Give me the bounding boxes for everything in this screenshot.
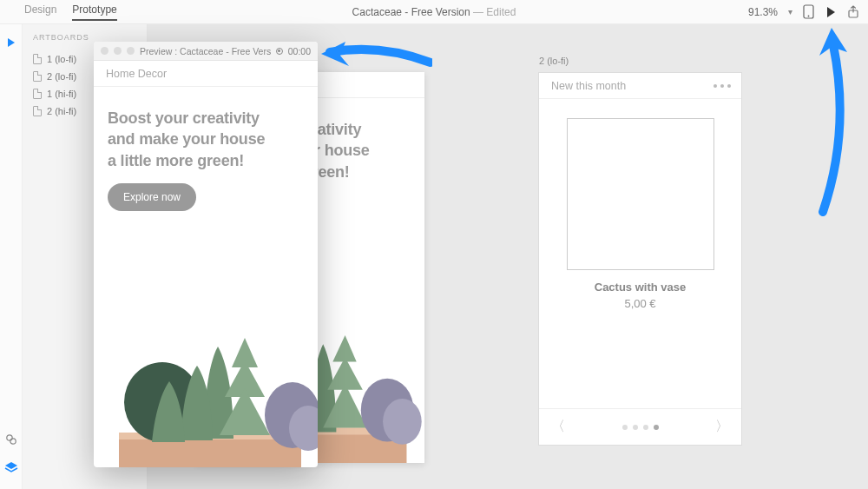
breadcrumb-text: Home Decor xyxy=(106,68,167,80)
sidebar-item-label: 2 (hi-fi) xyxy=(47,106,76,116)
hero-image xyxy=(94,281,318,467)
artboard-label: 2 (lo-fi) xyxy=(539,56,569,66)
document-title: Cactaceae - Free Version — Edited xyxy=(352,6,516,18)
sidebar-item-label: 2 (lo-fi) xyxy=(47,71,76,82)
sidebar-item-label: 1 (hi-fi) xyxy=(47,89,76,99)
product-price: 5,00 € xyxy=(539,297,741,310)
sidebar-header: ARTBOARDS xyxy=(33,33,136,42)
mobile-preview-icon[interactable] xyxy=(803,4,814,19)
sidebar-item-label: 1 (lo-fi) xyxy=(47,54,76,64)
artboard-icon xyxy=(33,89,42,99)
next-chevron-icon[interactable]: 〉 xyxy=(715,418,729,436)
left-toolrail xyxy=(0,24,23,489)
layers-icon[interactable] xyxy=(4,461,18,477)
svg-point-1 xyxy=(808,16,810,17)
play-arrow-icon[interactable] xyxy=(6,36,16,50)
artboard-icon xyxy=(33,71,42,82)
record-icon[interactable] xyxy=(276,48,283,55)
play-preview-icon[interactable] xyxy=(825,6,837,18)
more-icon[interactable] xyxy=(713,84,731,88)
window-dot-close-icon[interactable] xyxy=(101,47,108,55)
annotation-arrow-left xyxy=(319,36,432,71)
svg-point-4 xyxy=(10,439,15,444)
product-name: Cactus with vase xyxy=(539,281,741,294)
prev-chevron-icon[interactable]: 〈 xyxy=(551,418,565,436)
preview-time: 00:00 xyxy=(288,46,311,56)
svg-point-9 xyxy=(383,399,422,445)
preview-window[interactable]: Preview : Cactaceae - Free Versior 00:00… xyxy=(94,42,318,467)
artboard-icon xyxy=(33,54,42,64)
image-placeholder xyxy=(567,118,714,270)
tab-prototype[interactable]: Prototype xyxy=(72,3,116,21)
carousel-footer: 〈 〉 xyxy=(539,408,741,445)
preview-titlebar[interactable]: Preview : Cactaceae - Free Versior 00:00 xyxy=(94,42,318,61)
zoom-chevron-icon[interactable]: ▾ xyxy=(788,7,792,17)
tab-design[interactable]: Design xyxy=(24,3,56,21)
doc-edited-suffix: — Edited xyxy=(470,6,516,18)
headline-text: Boost your creativity and make your hous… xyxy=(94,87,318,183)
plugins-icon[interactable] xyxy=(5,433,17,449)
annotation-arrow-right xyxy=(807,26,856,217)
top-toolbar: Design Prototype Cactaceae - Free Versio… xyxy=(0,0,868,24)
card2-header-text: New this month xyxy=(551,80,626,92)
carousel-dots[interactable] xyxy=(622,425,659,430)
cta-button[interactable]: Explore now xyxy=(108,183,196,211)
doc-title-text: Cactaceae - Free Version xyxy=(352,6,470,18)
window-dot-max-icon[interactable] xyxy=(127,47,135,55)
window-dot-min-icon[interactable] xyxy=(114,47,122,55)
share-icon[interactable] xyxy=(847,5,859,18)
zoom-level[interactable]: 91.3% xyxy=(748,6,778,18)
artboard-icon xyxy=(33,106,42,116)
artboard-2-lofi[interactable]: 2 (lo-fi) New this month Cactus with vas… xyxy=(538,72,742,446)
preview-title: Preview : Cactaceae - Free Versior xyxy=(140,46,271,56)
svg-point-3 xyxy=(6,435,11,440)
